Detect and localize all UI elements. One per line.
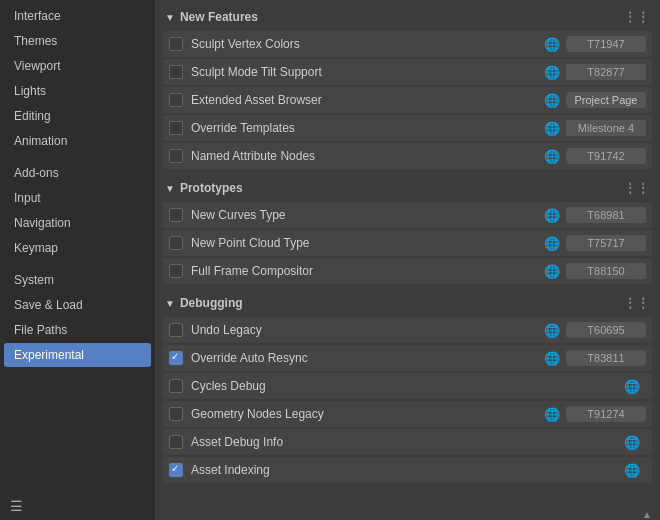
sidebar-item-input[interactable]: Input — [4, 186, 151, 210]
sidebar-item-experimental[interactable]: Experimental — [4, 343, 151, 367]
feature-row-override-auto-resync: Override Auto Resync🌐T83811 — [163, 345, 652, 371]
badge-geometry-nodes-legacy[interactable]: T91274 — [566, 406, 646, 422]
checkbox-asset-debug-info[interactable] — [169, 435, 183, 449]
globe-icon-asset-debug-info[interactable]: 🌐 — [622, 432, 642, 452]
sidebar-item-viewport[interactable]: Viewport — [4, 54, 151, 78]
globe-icon-override-templates[interactable]: 🌐 — [542, 118, 562, 138]
section-menu-icon[interactable]: ⋮⋮ — [624, 10, 650, 24]
feature-label-named-attribute-nodes: Named Attribute Nodes — [191, 149, 542, 163]
feature-label-full-frame-compositor: Full Frame Compositor — [191, 264, 542, 278]
feature-label-sculpt-vertex-colors: Sculpt Vertex Colors — [191, 37, 542, 51]
checkbox-sculpt-mode-tilt[interactable] — [169, 65, 183, 79]
badge-extended-asset-browser[interactable]: Project Page — [566, 92, 646, 108]
checkbox-geometry-nodes-legacy[interactable] — [169, 407, 183, 421]
checkbox-extended-asset-browser[interactable] — [169, 93, 183, 107]
feature-label-asset-indexing: Asset Indexing — [191, 463, 622, 477]
globe-icon-extended-asset-browser[interactable]: 🌐 — [542, 90, 562, 110]
sidebar-item-animation[interactable]: Animation — [4, 129, 151, 153]
sidebar-item-editing[interactable]: Editing — [4, 104, 151, 128]
globe-icon-named-attribute-nodes[interactable]: 🌐 — [542, 146, 562, 166]
globe-icon-cycles-debug[interactable]: 🌐 — [622, 376, 642, 396]
badge-override-auto-resync[interactable]: T83811 — [566, 350, 646, 366]
feature-row-full-frame-compositor: Full Frame Compositor🌐T88150 — [163, 258, 652, 284]
globe-icon-sculpt-vertex-colors[interactable]: 🌐 — [542, 34, 562, 54]
feature-label-cycles-debug: Cycles Debug — [191, 379, 622, 393]
feature-label-new-curves-type: New Curves Type — [191, 208, 542, 222]
section-label: Prototypes — [180, 181, 243, 195]
badge-new-curves-type[interactable]: T68981 — [566, 207, 646, 223]
chevron-down-icon: ▼ — [165, 298, 175, 309]
checkbox-named-attribute-nodes[interactable] — [169, 149, 183, 163]
feature-label-sculpt-mode-tilt: Sculpt Mode Tilt Support — [191, 65, 542, 79]
feature-row-new-curves-type: New Curves Type🌐T68981 — [163, 202, 652, 228]
section-menu-icon[interactable]: ⋮⋮ — [624, 296, 650, 310]
sidebar-item-themes[interactable]: Themes — [4, 29, 151, 53]
feature-label-extended-asset-browser: Extended Asset Browser — [191, 93, 542, 107]
feature-row-geometry-nodes-legacy: Geometry Nodes Legacy🌐T91274 — [163, 401, 652, 427]
badge-full-frame-compositor[interactable]: T88150 — [566, 263, 646, 279]
sidebar: InterfaceThemesViewportLightsEditingAnim… — [0, 0, 155, 520]
sidebar-item-keymap[interactable]: Keymap — [4, 236, 151, 260]
section-header-prototypes[interactable]: ▼Prototypes⋮⋮ — [163, 177, 652, 199]
feature-row-new-point-cloud-type: New Point Cloud Type🌐T75717 — [163, 230, 652, 256]
checkbox-cycles-debug[interactable] — [169, 379, 183, 393]
sidebar-item-addons[interactable]: Add-ons — [4, 161, 151, 185]
feature-label-geometry-nodes-legacy: Geometry Nodes Legacy — [191, 407, 542, 421]
checkbox-override-templates[interactable] — [169, 121, 183, 135]
badge-new-point-cloud-type[interactable]: T75717 — [566, 235, 646, 251]
feature-row-asset-indexing: Asset Indexing🌐 — [163, 457, 652, 483]
globe-icon-geometry-nodes-legacy[interactable]: 🌐 — [542, 404, 562, 424]
feature-row-named-attribute-nodes: Named Attribute Nodes🌐T91742 — [163, 143, 652, 169]
globe-icon-new-curves-type[interactable]: 🌐 — [542, 205, 562, 225]
section-debugging: ▼Debugging⋮⋮Undo Legacy🌐T60695Override A… — [163, 292, 652, 491]
checkbox-override-auto-resync[interactable] — [169, 351, 183, 365]
feature-row-override-templates: Override Templates🌐Milestone 4 — [163, 115, 652, 141]
feature-row-sculpt-vertex-colors: Sculpt Vertex Colors🌐T71947 — [163, 31, 652, 57]
badge-undo-legacy[interactable]: T60695 — [566, 322, 646, 338]
sidebar-item-navigation[interactable]: Navigation — [4, 211, 151, 235]
section-header-debugging[interactable]: ▼Debugging⋮⋮ — [163, 292, 652, 314]
sidebar-item-saveload[interactable]: Save & Load — [4, 293, 151, 317]
feature-row-sculpt-mode-tilt: Sculpt Mode Tilt Support🌐T82877 — [163, 59, 652, 85]
feature-row-asset-debug-info: Asset Debug Info🌐 — [163, 429, 652, 455]
sidebar-item-system[interactable]: System — [4, 268, 151, 292]
section-prototypes: ▼Prototypes⋮⋮New Curves Type🌐T68981New P… — [163, 177, 652, 292]
checkbox-sculpt-vertex-colors[interactable] — [169, 37, 183, 51]
chevron-down-icon: ▼ — [165, 183, 175, 194]
globe-icon-full-frame-compositor[interactable]: 🌐 — [542, 261, 562, 281]
feature-row-extended-asset-browser: Extended Asset Browser🌐Project Page — [163, 87, 652, 113]
globe-icon-new-point-cloud-type[interactable]: 🌐 — [542, 233, 562, 253]
feature-row-cycles-debug: Cycles Debug🌐 — [163, 373, 652, 399]
badge-sculpt-mode-tilt[interactable]: T82877 — [566, 64, 646, 80]
feature-label-override-templates: Override Templates — [191, 121, 542, 135]
feature-label-undo-legacy: Undo Legacy — [191, 323, 542, 337]
globe-icon-undo-legacy[interactable]: 🌐 — [542, 320, 562, 340]
checkbox-asset-indexing[interactable] — [169, 463, 183, 477]
badge-sculpt-vertex-colors[interactable]: T71947 — [566, 36, 646, 52]
globe-icon-override-auto-resync[interactable]: 🌐 — [542, 348, 562, 368]
scroll-indicator[interactable]: ▲ — [642, 509, 652, 520]
section-label: New Features — [180, 10, 258, 24]
checkbox-undo-legacy[interactable] — [169, 323, 183, 337]
section-new-features: ▼New Features⋮⋮Sculpt Vertex Colors🌐T719… — [163, 6, 652, 177]
globe-icon-asset-indexing[interactable]: 🌐 — [622, 460, 642, 480]
section-menu-icon[interactable]: ⋮⋮ — [624, 181, 650, 195]
sidebar-item-filepaths[interactable]: File Paths — [4, 318, 151, 342]
chevron-down-icon: ▼ — [165, 12, 175, 23]
sidebar-item-interface[interactable]: Interface — [4, 4, 151, 28]
hamburger-icon[interactable]: ☰ — [10, 498, 23, 514]
feature-label-new-point-cloud-type: New Point Cloud Type — [191, 236, 542, 250]
feature-label-override-auto-resync: Override Auto Resync — [191, 351, 542, 365]
checkbox-full-frame-compositor[interactable] — [169, 264, 183, 278]
badge-override-templates[interactable]: Milestone 4 — [566, 120, 646, 136]
feature-row-undo-legacy: Undo Legacy🌐T60695 — [163, 317, 652, 343]
bottom-bar: ☰ — [0, 492, 155, 520]
checkbox-new-curves-type[interactable] — [169, 208, 183, 222]
globe-icon-sculpt-mode-tilt[interactable]: 🌐 — [542, 62, 562, 82]
section-label: Debugging — [180, 296, 243, 310]
checkbox-new-point-cloud-type[interactable] — [169, 236, 183, 250]
main-content: ▼New Features⋮⋮Sculpt Vertex Colors🌐T719… — [155, 0, 660, 520]
section-header-new-features[interactable]: ▼New Features⋮⋮ — [163, 6, 652, 28]
sidebar-item-lights[interactable]: Lights — [4, 79, 151, 103]
badge-named-attribute-nodes[interactable]: T91742 — [566, 148, 646, 164]
